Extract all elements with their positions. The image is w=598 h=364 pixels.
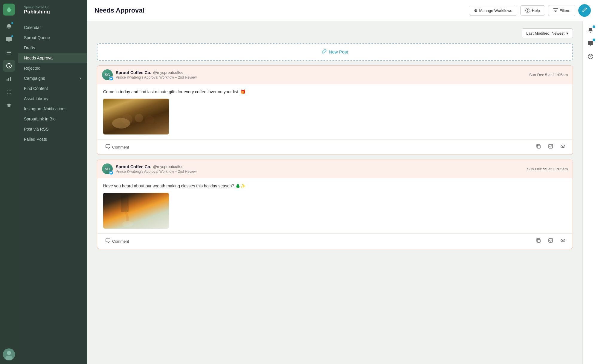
- create-post-button[interactable]: [578, 4, 591, 17]
- sidebar-item-post-via-rss[interactable]: Post via RSS: [18, 124, 87, 134]
- post-date: Sun Dec 5 at 11:05am: [529, 73, 568, 77]
- center-layout: Needs Approval ⚙ Manage Workflows ? Help: [87, 0, 598, 364]
- svg-point-26: [590, 58, 591, 58]
- sidebar-item-sproutlink[interactable]: SproutLink in Bio: [18, 114, 87, 124]
- company-name: Sprout Coffee Co.: [24, 5, 81, 9]
- svg-rect-2: [7, 52, 11, 53]
- analytics-icon[interactable]: [3, 73, 15, 85]
- post-date: Sun Dec 55 at 11:05am: [527, 167, 568, 171]
- gear-icon: ⚙: [474, 8, 478, 13]
- sidebar-item-needs-approval[interactable]: Needs Approval: [18, 53, 87, 63]
- sidebar-item-drafts[interactable]: Drafts: [18, 43, 87, 53]
- sidebar-item-sprout-queue[interactable]: Sprout Queue: [18, 33, 87, 43]
- svg-point-12: [135, 114, 143, 122]
- right-chat-icon[interactable]: [585, 38, 596, 49]
- post-header: SC Sprout Coffee Co. @my: [97, 160, 573, 178]
- sidebar-nav: Calendar Sprout Queue Drafts Needs Appro…: [18, 20, 87, 364]
- post-header: SC Sprout Coffee Co. @my: [97, 66, 573, 84]
- post-footer: Comment: [97, 233, 573, 249]
- post-account-name: Sprout Coffee Co.: [116, 70, 151, 75]
- content-area: Last Modified: Newest ▾ New Post: [87, 21, 582, 364]
- approve-icon[interactable]: [547, 237, 554, 246]
- post-body: Have you heard about our wreath making c…: [97, 178, 573, 233]
- post-card: SC Sprout Coffee Co. @my: [97, 65, 573, 155]
- comment-button[interactable]: Comment: [103, 143, 131, 151]
- listening-icon[interactable]: [3, 86, 15, 98]
- svg-rect-16: [549, 144, 553, 148]
- campaigns-chevron: ▾: [80, 76, 81, 80]
- sidebar: Sprout Coffee Co. Publishing Calendar Sp…: [18, 0, 87, 364]
- main-row: Last Modified: Newest ▾ New Post: [87, 21, 598, 364]
- publishing-icon[interactable]: [3, 60, 15, 72]
- svg-rect-21: [537, 239, 540, 242]
- svg-rect-7: [10, 77, 11, 81]
- logo-icon[interactable]: [3, 4, 15, 16]
- sidebar-item-rejected[interactable]: Rejected: [18, 63, 87, 73]
- post-body: Come in today and find last minute gifts…: [97, 84, 573, 139]
- post-image: [103, 99, 169, 134]
- tasks-icon[interactable]: [3, 47, 15, 59]
- sidebar-item-instagram-notifications[interactable]: Instagram Notifications: [18, 104, 87, 114]
- sidebar-header: Sprout Coffee Co. Publishing: [18, 0, 87, 20]
- comment-label: Comment: [112, 239, 129, 244]
- preview-icon[interactable]: [559, 143, 567, 152]
- post-workflow: Prince Kwateng's Approval Workflow – 2nd…: [116, 75, 197, 79]
- copy-icon[interactable]: [535, 143, 542, 152]
- post-actions: [535, 143, 567, 152]
- svg-rect-1: [7, 51, 11, 51]
- account-avatar: SC: [102, 163, 113, 174]
- post-account-handle: @mysproutcoffee: [153, 164, 184, 169]
- post-account-name: Sprout Coffee Co.: [116, 164, 151, 169]
- svg-rect-3: [7, 54, 11, 54]
- topbar-actions: ⚙ Manage Workflows ? Help Filters: [469, 4, 591, 17]
- svg-rect-14: [118, 123, 157, 124]
- post-workflow: Prince Kwateng's Approval Workflow – 2nd…: [116, 169, 197, 174]
- sort-chevron-icon: ▾: [566, 31, 568, 36]
- twitter-badge: [109, 77, 113, 81]
- sidebar-item-campaigns[interactable]: Campaigns ▾: [18, 73, 87, 83]
- post-account-handle: @mysproutcoffee: [153, 70, 184, 75]
- sidebar-item-calendar[interactable]: Calendar: [18, 22, 87, 33]
- page-title: Needs Approval: [94, 7, 144, 14]
- svg-point-10: [5, 356, 13, 360]
- notifications-icon[interactable]: [3, 20, 15, 32]
- comment-button[interactable]: Comment: [103, 237, 131, 245]
- post-image: [103, 193, 169, 229]
- right-help-icon[interactable]: [585, 51, 596, 62]
- right-bar: [582, 21, 598, 364]
- svg-point-24: [562, 240, 564, 241]
- sort-bar: Last Modified: Newest ▾: [97, 28, 573, 38]
- messages-icon[interactable]: [3, 33, 15, 45]
- post-footer: Comment: [97, 139, 573, 155]
- sidebar-item-failed-posts[interactable]: Failed Posts: [18, 134, 87, 144]
- svg-point-9: [7, 351, 11, 355]
- sidebar-item-find-content[interactable]: Find Content: [18, 83, 87, 94]
- preview-icon[interactable]: [559, 237, 567, 246]
- post-card: SC Sprout Coffee Co. @my: [97, 160, 573, 249]
- new-post-edit-icon: [322, 49, 327, 55]
- app-wrapper: Sprout Coffee Co. Publishing Calendar Sp…: [0, 0, 598, 364]
- sort-select[interactable]: Last Modified: Newest ▾: [522, 28, 573, 38]
- svg-point-18: [562, 146, 564, 147]
- post-actions: [535, 237, 567, 246]
- new-post-label: New Post: [103, 49, 567, 55]
- filters-button[interactable]: Filters: [548, 5, 575, 16]
- copy-icon[interactable]: [535, 237, 542, 246]
- comment-icon: [106, 238, 110, 244]
- post-text: Have you heard about our wreath making c…: [103, 183, 567, 189]
- manage-workflows-button[interactable]: ⚙ Manage Workflows: [469, 6, 517, 16]
- help-button[interactable]: ? Help: [520, 5, 545, 16]
- filters-icon: [553, 8, 558, 13]
- twitter-badge: [109, 171, 113, 175]
- post-text: Come in today and find last minute gifts…: [103, 89, 567, 95]
- sidebar-item-asset-library[interactable]: Asset Library: [18, 94, 87, 104]
- comment-label: Comment: [112, 145, 129, 149]
- user-avatar[interactable]: [3, 348, 15, 360]
- right-bell-icon[interactable]: [585, 25, 596, 36]
- reviews-icon[interactable]: [3, 99, 15, 111]
- svg-rect-19: [121, 194, 129, 212]
- approve-icon[interactable]: [547, 143, 554, 152]
- help-circle-icon: ?: [525, 8, 530, 13]
- new-post-card[interactable]: New Post: [97, 43, 573, 61]
- svg-rect-5: [7, 79, 7, 81]
